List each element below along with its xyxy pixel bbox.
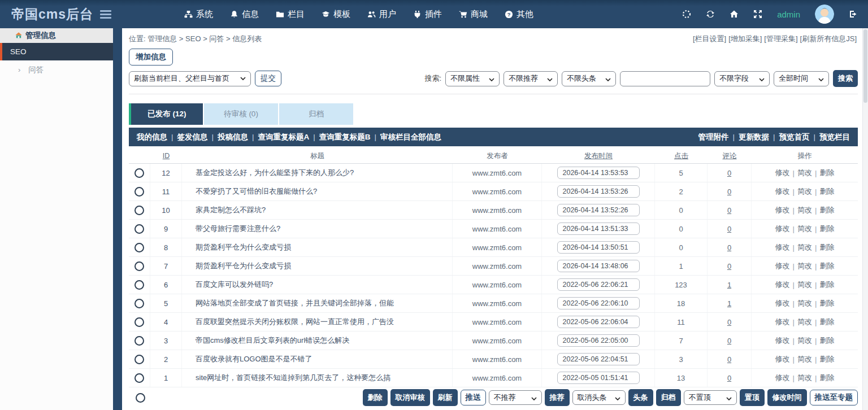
publish-time-input[interactable]: 2022-05-05 01:51:41 (557, 372, 640, 384)
publish-time-input[interactable]: 2026-04-14 13:51:33 (557, 223, 640, 235)
user-avatar[interactable] (815, 5, 834, 24)
logo[interactable]: 帝国cms后台 (0, 6, 122, 23)
op-link-0[interactable]: 修改 (775, 186, 790, 197)
op-link-1[interactable]: 简改 (797, 373, 812, 383)
row-checkbox[interactable] (134, 224, 144, 234)
nav-item-1[interactable]: 信息 (230, 9, 259, 20)
row-checkbox[interactable] (134, 317, 144, 327)
publish-time-input[interactable]: 2026-04-14 13:48:06 (557, 260, 640, 272)
op-link-0[interactable]: 修改 (775, 335, 790, 346)
comments-link[interactable]: 0 (727, 337, 731, 345)
fullscreen-icon[interactable] (753, 10, 762, 19)
row-title[interactable]: 不爱穿扔了又可惜的旧衣服能做什么? (182, 182, 453, 200)
scrollbar-thumb[interactable] (863, 29, 867, 103)
comments-link[interactable]: 1 (727, 299, 731, 308)
search-filter-select-0[interactable]: 不限属性 (445, 71, 500, 86)
row-checkbox[interactable] (134, 373, 144, 383)
nav-item-7[interactable]: ?其他 (505, 9, 533, 20)
row-title[interactable]: 带父母旅行需要注意什么? (182, 220, 453, 238)
comments-link[interactable]: 0 (727, 225, 731, 233)
op-link-2[interactable]: 删除 (819, 317, 834, 327)
comments-link[interactable]: 0 (727, 355, 731, 364)
op-link-0[interactable]: 修改 (775, 373, 790, 383)
batch-select-6[interactable]: 取消头条 (572, 390, 626, 405)
batch-select-4[interactable]: 不推荐 (489, 390, 542, 405)
op-link-1[interactable]: 简改 (797, 242, 812, 252)
op-link-2[interactable]: 删除 (819, 298, 834, 308)
publish-time-input[interactable]: 2026-04-14 13:53:26 (557, 185, 640, 198)
op-link-0[interactable]: 修改 (775, 224, 790, 234)
op-link-2[interactable]: 删除 (819, 186, 834, 197)
toolbar-link[interactable]: 审核栏目全部信息 (380, 132, 441, 142)
batch-button-8[interactable]: 归档 (656, 389, 681, 406)
publish-time-input[interactable]: 2022-05-06 22:05:00 (557, 334, 640, 347)
comments-link[interactable]: 0 (727, 318, 731, 326)
row-title[interactable]: 百度收录就有LOGO图是不是不错了 (182, 350, 453, 368)
row-checkbox[interactable] (134, 280, 144, 290)
comments-link[interactable]: 0 (727, 187, 731, 196)
op-link-2[interactable]: 删除 (819, 205, 834, 215)
op-link-2[interactable]: 删除 (819, 280, 834, 290)
row-checkbox[interactable] (134, 187, 144, 197)
publish-time-input[interactable]: 2026-04-14 13:52:26 (557, 204, 640, 216)
batch-button-10[interactable]: 置顶 (740, 389, 765, 406)
row-title[interactable]: site网址时，首页链接不知道掉到第几页去了，这种要怎么搞 (182, 369, 453, 387)
submit-button[interactable]: 提交 (255, 71, 281, 86)
op-link-2[interactable]: 删除 (819, 373, 834, 383)
comments-link[interactable]: 1 (727, 281, 731, 289)
search-filter-select-2[interactable]: 不限头条 (562, 71, 616, 86)
toolbar-link[interactable]: 签发信息 (177, 132, 208, 142)
search-input[interactable] (620, 71, 710, 86)
sidebar-header[interactable]: 管理信息 (0, 28, 113, 43)
add-info-button[interactable]: 增加信息 (129, 49, 173, 66)
top-link-0[interactable]: [栏目设置] (693, 34, 726, 43)
refresh-icon[interactable] (706, 10, 715, 19)
top-link-3[interactable]: [刷新所有信息JS] (800, 34, 857, 43)
toolbar-link[interactable]: 查询重复标题A (258, 132, 310, 142)
tab-1[interactable]: 待审核 (0) (204, 103, 278, 125)
toolbar-link[interactable]: 管理附件 (698, 132, 728, 142)
top-link-1[interactable]: [增加采集] (728, 34, 762, 43)
op-link-2[interactable]: 删除 (819, 354, 834, 364)
op-link-2[interactable]: 删除 (819, 168, 834, 178)
op-link-1[interactable]: 简改 (797, 261, 812, 271)
op-link-1[interactable]: 简改 (797, 354, 812, 364)
op-link-2[interactable]: 删除 (819, 242, 834, 252)
row-title[interactable]: 帝国cms修改栏目后文章列表的url错误怎么解决 (182, 332, 453, 350)
toolbar-link[interactable]: 预览首页 (779, 132, 809, 142)
op-link-0[interactable]: 修改 (775, 280, 790, 290)
row-title[interactable]: 网站落地页全部变成了首页链接，并且关键词全部掉落，但能 (182, 294, 453, 312)
row-title[interactable]: 百度文库可以发外链吗? (182, 276, 453, 294)
row-title[interactable]: 百度联盟突然提示关闭分账权限，网站一直正常使用，广告没 (182, 313, 453, 331)
comments-link[interactable]: 0 (727, 374, 731, 382)
tab-2[interactable]: 归档 (279, 103, 353, 125)
op-link-0[interactable]: 修改 (775, 317, 790, 327)
toolbar-link[interactable]: 预览栏目 (819, 132, 850, 142)
op-link-0[interactable]: 修改 (775, 261, 790, 271)
comments-link[interactable]: 0 (727, 206, 731, 215)
op-link-2[interactable]: 删除 (819, 224, 834, 234)
op-link-0[interactable]: 修改 (775, 354, 790, 364)
row-checkbox[interactable] (134, 336, 144, 346)
search-filter-select-1[interactable]: 不限推荐 (504, 71, 558, 86)
publish-time-input[interactable]: 2026-04-14 13:53:53 (557, 167, 640, 179)
hamburger-icon[interactable] (100, 8, 111, 20)
batch-button-2[interactable]: 刷新 (433, 389, 458, 406)
nav-item-4[interactable]: 用户 (367, 9, 396, 20)
op-link-1[interactable]: 简改 (797, 224, 812, 234)
sidebar-item-seo[interactable]: SEO (0, 43, 113, 60)
row-title[interactable]: 期货盈利平仓为什么变成亏损 (182, 238, 453, 256)
op-link-0[interactable]: 修改 (775, 298, 790, 308)
username[interactable]: admin (777, 10, 800, 19)
nav-item-2[interactable]: 栏目 (276, 9, 305, 20)
batch-button-5[interactable]: 推荐 (545, 389, 570, 406)
top-link-2[interactable]: [管理采集] (764, 34, 797, 43)
toolbar-link[interactable]: 投稿信息 (218, 132, 248, 142)
publish-time-input[interactable]: 2022-05-06 22:06:10 (557, 297, 640, 309)
select-all-checkbox[interactable] (136, 393, 145, 403)
publish-time-input[interactable]: 2026-04-14 13:50:51 (557, 241, 640, 254)
op-link-1[interactable]: 简改 (797, 186, 812, 197)
publish-time-input[interactable]: 2022-05-06 22:06:04 (557, 316, 640, 328)
row-checkbox[interactable] (134, 355, 144, 364)
batch-button-0[interactable]: 删除 (363, 389, 388, 406)
